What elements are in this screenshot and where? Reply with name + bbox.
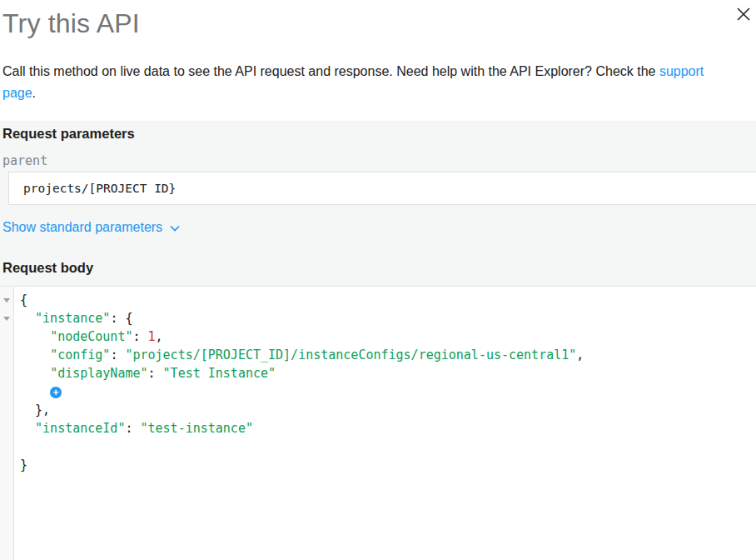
editor-gutter [0,287,14,560]
parent-field-label: parent [2,155,756,168]
show-standard-parameters-row: Show standard parameters [2,219,756,235]
code-line[interactable]: "nodeCount": 1, [20,328,756,346]
add-property-icon[interactable]: + [50,387,62,398]
code-line[interactable]: } [20,456,756,474]
code-line[interactable]: "config": "projects/[PROJECT_ID]/instanc… [20,346,756,364]
request-body-heading: Request body [2,260,756,276]
fold-toggle-icon[interactable] [3,317,10,321]
show-standard-parameters-link[interactable]: Show standard parameters [2,219,162,235]
panel-description: Call this method on live data to see the… [2,61,715,104]
parent-input[interactable] [8,172,756,205]
code-line[interactable] [20,438,756,456]
chevron-down-icon [170,225,180,232]
description-text: Call this method on live data to see the… [2,64,659,78]
code-line[interactable]: "displayName": "Test Instance" [20,364,756,382]
code-line[interactable]: "instance": { [20,309,756,328]
code-line[interactable]: + [20,382,756,401]
code-line[interactable]: }, [20,401,756,419]
request-body-code[interactable]: { "instance": { "nodeCount": 1, "config"… [0,287,756,474]
panel-header: Try this API Call this method on live da… [0,0,756,121]
code-line[interactable]: "instanceId": "test-instance" [20,419,756,438]
code-line[interactable]: { [20,291,756,309]
request-parameters-heading: Request parameters [2,126,756,142]
panel-title: Try this API [0,0,756,38]
close-icon [736,7,751,22]
fold-toggle-icon[interactable] [3,298,10,302]
close-button[interactable] [733,3,754,25]
request-body-editor[interactable]: { "instance": { "nodeCount": 1, "config"… [0,286,756,560]
request-parameters-section: Request parameters parent Show standard … [0,121,756,286]
description-period: . [32,86,36,100]
try-api-panel: Try this API Call this method on live da… [0,0,756,560]
